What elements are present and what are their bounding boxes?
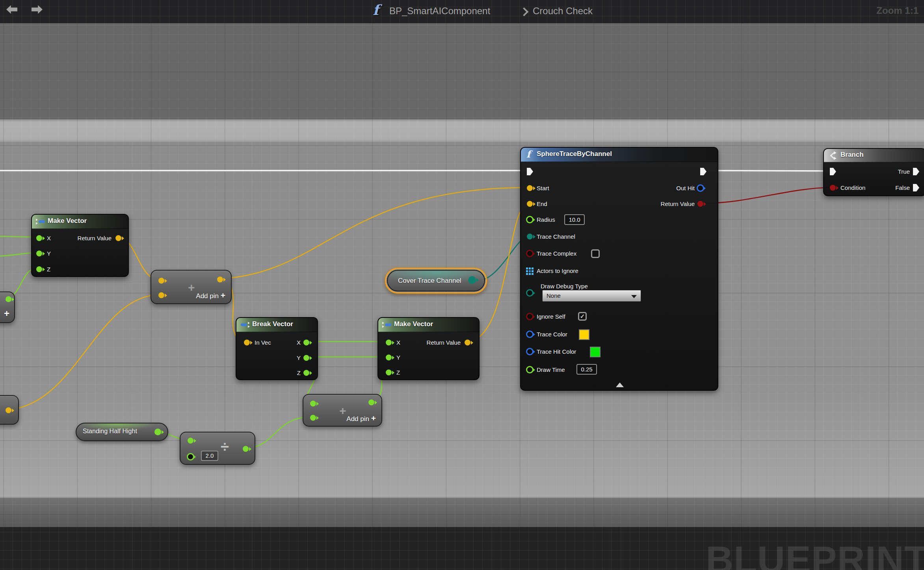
wire-offscreen-to-addvector[interactable] [8, 295, 160, 410]
radius-value-input[interactable]: 10.0 [564, 214, 585, 225]
trace-color-swatch[interactable] [579, 329, 589, 340]
input-a-pin[interactable] [310, 401, 316, 407]
true-exec-pin[interactable] [913, 168, 919, 175]
false-exec-pin[interactable] [913, 184, 919, 191]
radius-pin[interactable] [526, 216, 534, 223]
output-pin[interactable] [217, 277, 223, 282]
start-pin[interactable] [527, 185, 533, 191]
pin-label: Actors to Ignore [537, 267, 578, 274]
node-header[interactable]: f SphereTraceByChannel [521, 148, 718, 162]
node-divide[interactable]: 2.0 ÷ [180, 432, 255, 465]
trace-hit-color-swatch[interactable] [590, 347, 601, 357]
node-title: Make Vector [48, 217, 87, 225]
pin-label: Y [297, 355, 301, 361]
trace-hit-color-pin[interactable] [526, 348, 534, 355]
input-b-pin[interactable] [310, 415, 316, 421]
node-header[interactable]: Make Vector [32, 215, 128, 229]
pin-label: Z [396, 369, 400, 376]
pin-label: True [898, 168, 910, 175]
breadcrumb-root[interactable]: BP_SmartAIComponent [389, 6, 490, 17]
x-pin[interactable] [386, 340, 392, 345]
pin-label: Y [47, 250, 51, 257]
add-operator-icon: + [339, 405, 346, 417]
draw-debug-type-dropdown[interactable]: None [542, 290, 641, 302]
y-pin[interactable] [386, 355, 392, 360]
collapse-arrow-icon[interactable] [616, 382, 624, 387]
end-pin[interactable] [527, 201, 533, 207]
y-pin[interactable] [303, 355, 309, 361]
draw-time-value-input[interactable]: 0.25 [576, 364, 597, 375]
output-pin[interactable] [6, 407, 11, 413]
input-b-pin[interactable] [158, 292, 164, 298]
trace-complex-pin[interactable] [526, 250, 534, 257]
node-add-vector[interactable]: + Add pin + [151, 270, 232, 304]
node-sphere-trace-by-channel[interactable]: f SphereTraceByChannel Start End Radius … [520, 147, 718, 391]
in-vec-pin[interactable] [244, 340, 250, 345]
pin-label: Trace Complex [537, 250, 576, 257]
trace-complex-checkbox[interactable] [591, 249, 600, 258]
node-standing-half-hight[interactable]: Standing Half Hight [76, 423, 168, 441]
z-pin[interactable] [36, 266, 42, 272]
input-b-pin[interactable] [187, 453, 194, 460]
pin-label: In Vec [255, 339, 271, 346]
wire-addvector-to-start[interactable] [219, 188, 529, 279]
draw-time-pin[interactable] [526, 366, 534, 373]
node-cover-trace-channel[interactable]: Cover Trace Channel [385, 268, 487, 293]
pill-body: Cover Trace Channel [387, 270, 485, 291]
ignore-self-pin[interactable] [526, 313, 534, 320]
zoom-indicator: Zoom 1:1 [876, 5, 918, 16]
return-value-pin[interactable] [697, 201, 703, 207]
wire-returnvalue-to-condition[interactable] [704, 188, 832, 203]
node-make-vector-2[interactable]: Make Vector X Y Z Return Value [377, 317, 480, 380]
wire-exec-spheretrace-to-branch[interactable] [704, 171, 832, 171]
variable-label: Cover Trace Channel [398, 277, 461, 285]
x-pin[interactable] [36, 235, 42, 241]
node-break-vector[interactable]: Break Vector In Vec X Y Z [236, 317, 318, 380]
node-branch[interactable]: Branch Condition True False [823, 148, 924, 196]
add-pin-button[interactable]: Add pin + [346, 414, 376, 423]
trace-color-pin[interactable] [526, 330, 534, 338]
input-a-pin[interactable] [158, 278, 164, 284]
array-icon [526, 267, 534, 275]
divide-operator-icon: ÷ [221, 439, 229, 454]
add-pin-label: Add pin [196, 292, 219, 300]
node-make-vector-1[interactable]: Make Vector X Y Z Return Value [31, 214, 129, 277]
output-pin[interactable] [243, 446, 249, 452]
add-pin-button[interactable]: + [4, 308, 9, 319]
node-add-float[interactable]: + Add pin + [303, 394, 382, 427]
condition-pin[interactable] [830, 185, 836, 191]
add-operator-icon: + [188, 282, 195, 293]
plus-icon: + [221, 291, 225, 300]
y-pin[interactable] [36, 251, 42, 256]
node-header[interactable]: Branch [824, 149, 924, 162]
node-header[interactable]: Make Vector [378, 318, 479, 332]
divisor-value-input[interactable]: 2.0 [201, 451, 218, 461]
input-a-pin[interactable] [188, 438, 193, 444]
x-pin[interactable] [303, 340, 309, 345]
ignore-self-checkbox[interactable]: ✓ [578, 312, 587, 321]
out-hit-pin[interactable] [697, 184, 704, 192]
breadcrumb-current[interactable]: Crouch Check [533, 6, 593, 17]
output-pin[interactable] [154, 429, 161, 435]
node-partial-bottom[interactable] [0, 395, 19, 425]
function-icon: f [526, 149, 530, 160]
node-header[interactable]: Break Vector [236, 318, 317, 332]
trace-channel-pin[interactable] [527, 234, 533, 240]
add-pin-button[interactable]: Add pin + [196, 291, 225, 300]
branch-icon [829, 151, 838, 160]
z-pin[interactable] [303, 370, 309, 376]
exec-out-pin[interactable] [700, 168, 706, 175]
output-pin[interactable] [368, 399, 374, 405]
exec-in-pin[interactable] [527, 168, 533, 175]
output-pin[interactable] [468, 276, 476, 284]
node-title: SphereTraceByChannel [537, 150, 612, 158]
exec-in-pin[interactable] [830, 168, 836, 175]
pin-label: Ignore Self [537, 313, 565, 320]
node-partial-add[interactable]: + [0, 291, 15, 323]
output-pin[interactable] [6, 296, 11, 302]
draw-debug-type-pin[interactable] [526, 289, 534, 297]
return-value-pin[interactable] [115, 235, 121, 241]
return-value-pin[interactable] [465, 340, 470, 345]
z-pin[interactable] [386, 369, 392, 375]
pin-label: False [895, 184, 910, 191]
